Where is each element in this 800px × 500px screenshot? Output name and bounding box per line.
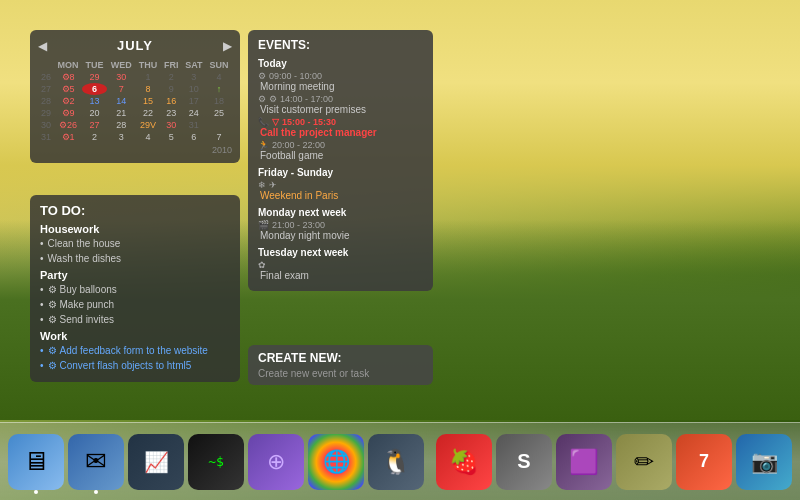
- dock-item-terminal[interactable]: ~$: [188, 434, 244, 490]
- cal-fri-header: FRI: [161, 59, 182, 71]
- event-name: Morning meeting: [260, 81, 423, 92]
- purple-app-icon: 🟪: [569, 448, 599, 476]
- table-row: 29 ⚙9 20 21 22 23 24 25: [38, 107, 232, 119]
- cal-sun-header: SUN: [206, 59, 232, 71]
- snow-icon: ❄: [258, 180, 266, 190]
- list-item: ⚙ 09:00 - 10:00 Morning meeting: [258, 71, 423, 92]
- dock-item-pencil[interactable]: ✏: [616, 434, 672, 490]
- event-time-highlight: 📞 ▽ 15:00 - 15:30: [258, 117, 423, 127]
- dock-item-s-app[interactable]: S: [496, 434, 552, 490]
- cal-wed-header: WED: [107, 59, 135, 71]
- todo-item-label[interactable]: Convert flash objects to html5: [60, 359, 192, 372]
- monitor-icon: 📈: [144, 450, 169, 474]
- list-item: 📞 ▽ 15:00 - 15:30 Call the project manag…: [258, 117, 423, 138]
- list-item: • ⚙ Buy balloons: [40, 283, 230, 296]
- event-name: Visit customer premises: [260, 104, 423, 115]
- arrow-icon: ▽: [272, 117, 279, 127]
- bullet-icon: •: [40, 344, 44, 357]
- event-day-fri-sun: Friday - Sunday: [258, 167, 423, 178]
- s-app-icon: S: [517, 450, 530, 473]
- todo-item-label[interactable]: Add feedback form to the website: [60, 344, 208, 357]
- dock-indicator: [34, 490, 38, 494]
- dock-item-purple[interactable]: 🟪: [556, 434, 612, 490]
- events-title: EVENTS:: [258, 38, 423, 52]
- event-time: ⚙ 09:00 - 10:00: [258, 71, 423, 81]
- cal-next-button[interactable]: ▶: [223, 39, 232, 53]
- cal-year: 2010: [38, 145, 232, 155]
- dock-item-strawberry[interactable]: 🍓: [436, 434, 492, 490]
- event-day-tuesday: Tuesday next week: [258, 247, 423, 258]
- todo-section-housework: Housework: [40, 223, 230, 235]
- cal-sat-header: SAT: [182, 59, 206, 71]
- gear-icon: ⚙: [48, 283, 57, 296]
- list-item: • Wash the dishes: [40, 252, 230, 265]
- penguin-icon: 🐧: [381, 448, 411, 476]
- pencil-icon: ✏: [634, 448, 654, 476]
- event-time: ❄ ✈: [258, 180, 423, 190]
- todo-item-label: Wash the dishes: [48, 252, 122, 265]
- table-row: 28 ⚙2 13 14 15 16 17 18: [38, 95, 232, 107]
- event-time: ✿: [258, 260, 423, 270]
- events-widget: EVENTS: Today ⚙ 09:00 - 10:00 Morning me…: [248, 30, 433, 291]
- event-name-highlight: Call the project manager: [260, 127, 423, 138]
- bullet-icon: •: [40, 359, 44, 372]
- dock-item-seven[interactable]: 7: [676, 434, 732, 490]
- table-row: 30 ⚙26 27 28 29V 30 31: [38, 119, 232, 131]
- bullet-icon: •: [40, 283, 44, 296]
- create-new-input[interactable]: Create new event or task: [258, 368, 423, 379]
- mail-icon: ✉: [85, 446, 107, 477]
- alarm-icon: ⚙: [258, 94, 266, 104]
- gear-icon: ⚙: [48, 359, 57, 372]
- table-row: 27 ⚙5 6 7 8 9 10 ↑: [38, 83, 232, 95]
- list-item: 🎬 21:00 - 23:00 Monday night movie: [258, 220, 423, 241]
- seven-icon: 7: [699, 451, 709, 472]
- calendar-grid: MON TUE WED THU FRI SAT SUN 26 ⚙8 29 30 …: [38, 59, 232, 143]
- event-name-special: Weekend in Paris: [260, 190, 423, 201]
- list-item[interactable]: • ⚙ Convert flash objects to html5: [40, 359, 230, 372]
- cal-title: JULY: [117, 38, 153, 53]
- dock-item-mail[interactable]: ✉: [68, 434, 124, 490]
- list-item: 🏃 20:00 - 22:00 Football game: [258, 140, 423, 161]
- event-name: Football game: [260, 150, 423, 161]
- list-item[interactable]: • ⚙ Add feedback form to the website: [40, 344, 230, 357]
- event-name: Monday night movie: [260, 230, 423, 241]
- phone-icon: 📞: [258, 117, 269, 127]
- cal-prev-button[interactable]: ◀: [38, 39, 47, 53]
- create-new-title: CREATE NEW:: [258, 351, 423, 365]
- todo-item-label: Make punch: [60, 298, 114, 311]
- todo-section-party: Party: [40, 269, 230, 281]
- list-item: ⚙ ⚙ 14:00 - 17:00 Visit customer premise…: [258, 94, 423, 115]
- person-icon: 🏃: [258, 140, 269, 150]
- dock-item-chrome[interactable]: 🌐: [308, 434, 364, 490]
- cal-tue-header: TUE: [82, 59, 107, 71]
- cal-weeknum-header: [38, 59, 54, 71]
- event-day-today: Today: [258, 58, 423, 69]
- bullet-icon: •: [40, 298, 44, 311]
- terminal-icon: ~$: [208, 454, 224, 469]
- todo-section-work: Work: [40, 330, 230, 342]
- bullet-icon: •: [40, 237, 44, 250]
- cal-mon-header: MON: [54, 59, 82, 71]
- gear-icon: ⚙: [48, 344, 57, 357]
- ical-icon: ⊕: [267, 449, 285, 475]
- todo-widget: TO DO: Housework • Clean the house • Was…: [30, 195, 240, 382]
- dock-item-penguin[interactable]: 🐧: [368, 434, 424, 490]
- photos-icon: 📷: [751, 449, 778, 475]
- cal-thu-header: THU: [135, 59, 160, 71]
- bullet-icon: •: [40, 252, 44, 265]
- plane-icon: ✈: [269, 180, 277, 190]
- star-icon: ✿: [258, 260, 266, 270]
- list-item: ✿ Final exam: [258, 260, 423, 281]
- todo-item-label: Send invites: [60, 313, 114, 326]
- finder-icon: 🖥: [23, 446, 49, 477]
- dock-item-ical[interactable]: ⊕: [248, 434, 304, 490]
- bullet-icon: •: [40, 313, 44, 326]
- todo-title: TO DO:: [40, 203, 230, 218]
- dock-item-finder[interactable]: 🖥: [8, 434, 64, 490]
- table-row: 26 ⚙8 29 30 1 2 3 4: [38, 71, 232, 83]
- event-day-monday: Monday next week: [258, 207, 423, 218]
- event-name: Final exam: [260, 270, 423, 281]
- dock-item-photos[interactable]: 📷: [736, 434, 792, 490]
- gear-icon: ⚙: [48, 298, 57, 311]
- dock-item-monitor[interactable]: 📈: [128, 434, 184, 490]
